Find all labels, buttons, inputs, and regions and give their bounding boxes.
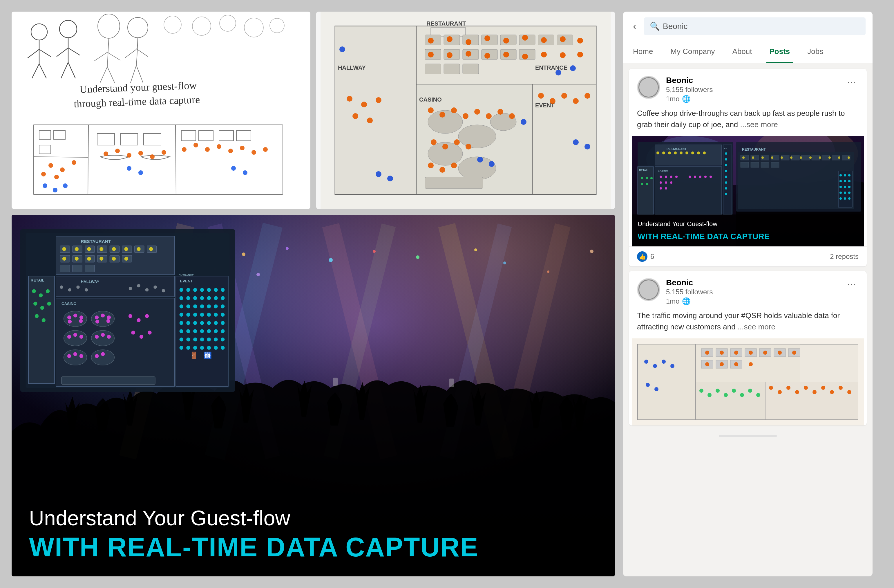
nav-item-jobs[interactable]: Jobs (804, 41, 826, 63)
svg-point-148 (584, 93, 590, 99)
svg-rect-391 (791, 155, 799, 160)
nav-item-posts[interactable]: Posts (766, 41, 793, 63)
svg-point-68 (138, 170, 143, 175)
svg-point-249 (68, 319, 72, 323)
svg-point-453 (778, 351, 782, 355)
post-1-footer: 👍 6 2 reposts (629, 246, 867, 266)
svg-text:🚻: 🚻 (204, 351, 212, 359)
nav-item-about[interactable]: About (729, 41, 755, 63)
company-avatar-2 (637, 278, 660, 301)
nav-item-mycompany[interactable]: My Company (667, 41, 717, 63)
svg-point-479 (821, 386, 825, 390)
svg-point-481 (839, 386, 843, 390)
svg-point-242 (91, 330, 115, 346)
company-name-2[interactable]: Beonic (666, 278, 838, 287)
svg-point-218 (32, 289, 36, 293)
svg-point-230 (76, 286, 80, 289)
svg-point-152 (521, 119, 527, 125)
svg-point-229 (68, 288, 71, 292)
svg-point-133 (474, 109, 480, 115)
search-bar[interactable]: 🔍 Beonic (644, 17, 865, 35)
svg-point-321 (207, 337, 211, 341)
see-more-1[interactable]: ...see more (740, 120, 778, 129)
svg-point-123 (577, 51, 583, 57)
svg-point-376 (725, 158, 727, 160)
svg-point-420 (840, 186, 842, 188)
svg-point-299 (200, 313, 204, 317)
svg-point-275 (180, 288, 183, 292)
svg-point-314 (207, 330, 211, 333)
svg-point-235 (154, 286, 157, 289)
svg-point-265 (95, 354, 99, 358)
followers-count-2: 5,155 followers (666, 288, 838, 296)
svg-point-214 (112, 257, 116, 261)
svg-point-343 (668, 151, 671, 154)
more-options-1[interactable]: ··· (844, 76, 859, 88)
svg-point-305 (193, 321, 197, 325)
svg-rect-201 (85, 265, 95, 272)
svg-point-328 (207, 346, 211, 350)
svg-point-119 (522, 54, 528, 59)
svg-point-63 (263, 147, 268, 152)
like-icon-1: 👍 (637, 251, 648, 262)
post-1-image: RESTAURANT RETAIL (629, 136, 867, 246)
svg-point-114 (428, 51, 433, 57)
svg-point-145 (550, 98, 556, 104)
post-1-meta: Beonic 5,155 followers 1mo 🌐 (666, 76, 838, 103)
svg-point-126 (376, 97, 381, 103)
see-more-2[interactable]: ...see more (738, 322, 775, 331)
svg-point-239 (64, 311, 87, 326)
svg-point-69 (231, 166, 236, 171)
svg-text:HALLWAY: HALLWAY (338, 64, 366, 71)
svg-text:CASINO: CASINO (419, 96, 442, 103)
svg-point-66 (63, 183, 68, 188)
svg-point-59 (217, 144, 221, 149)
svg-point-136 (509, 113, 515, 119)
svg-point-329 (214, 346, 217, 350)
svg-point-475 (787, 386, 790, 390)
svg-rect-76 (532, 84, 596, 195)
svg-point-266 (101, 352, 105, 356)
svg-rect-199 (60, 265, 69, 272)
nav-item-home[interactable]: Home (630, 41, 656, 63)
left-panel: Understand your guest-flow through real-… (12, 12, 615, 576)
svg-rect-73 (335, 26, 416, 195)
svg-point-109 (485, 35, 490, 41)
svg-point-296 (180, 313, 183, 317)
company-name-1[interactable]: Beonic (666, 76, 838, 85)
svg-point-204 (87, 247, 91, 251)
svg-point-121 (560, 52, 566, 58)
svg-point-253 (107, 316, 111, 319)
svg-point-46 (60, 168, 65, 172)
svg-point-52 (127, 153, 131, 157)
svg-point-280 (214, 288, 217, 292)
svg-point-51 (115, 148, 120, 153)
svg-point-263 (73, 352, 77, 356)
svg-point-55 (162, 150, 166, 155)
svg-point-369 (694, 175, 696, 178)
more-options-2[interactable]: ··· (844, 278, 859, 290)
svg-point-129 (428, 107, 433, 113)
svg-point-291 (193, 304, 197, 308)
svg-point-284 (193, 296, 197, 300)
post-1-header: Beonic 5,155 followers 1mo 🌐 ··· (629, 69, 867, 108)
svg-point-408 (809, 156, 812, 159)
svg-point-112 (541, 37, 547, 43)
svg-point-257 (73, 333, 77, 337)
svg-point-460 (653, 364, 657, 368)
svg-point-285 (200, 296, 204, 300)
svg-point-124 (347, 96, 352, 101)
svg-point-277 (193, 288, 197, 292)
svg-point-297 (186, 313, 190, 317)
svg-point-156 (387, 175, 393, 181)
svg-point-295 (221, 304, 225, 308)
svg-point-106 (428, 38, 433, 44)
svg-point-457 (734, 362, 738, 366)
svg-point-110 (503, 38, 509, 44)
back-button[interactable]: ‹ (630, 20, 639, 33)
svg-point-451 (749, 351, 753, 355)
avatar-inner-1 (639, 77, 659, 98)
svg-point-362 (675, 175, 678, 178)
svg-point-244 (91, 350, 115, 365)
reaction-count-1: 6 (650, 252, 654, 261)
